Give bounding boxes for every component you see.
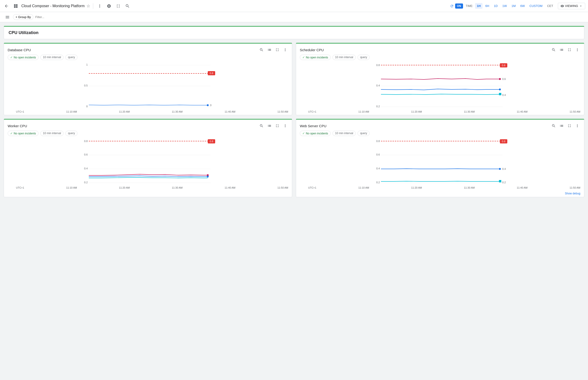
search-button[interactable] — [124, 2, 131, 10]
time-1d-button[interactable]: 1D — [492, 3, 500, 9]
time-6h-button[interactable]: 6H — [483, 3, 491, 9]
page-title: Cloud Composer - Monitoring Platform — [21, 4, 85, 8]
time-1w-button[interactable]: 1W — [500, 3, 509, 9]
svg-text:0.6: 0.6 — [376, 153, 380, 156]
svg-text:0.4: 0.4 — [502, 168, 506, 170]
worker-cpu-expand[interactable] — [274, 123, 280, 129]
svg-text:0.6: 0.6 — [84, 153, 88, 156]
scheduler-cpu-x-labels: UTC+1 11:10 AM 11:20 AM 11:30 AM 11:40 A… — [300, 110, 580, 113]
svg-text:0.8: 0.8 — [376, 140, 380, 143]
group-by-label: + Group By — [16, 15, 31, 19]
svg-text:0.2: 0.2 — [502, 181, 506, 184]
group-by-button[interactable]: + Group By — [13, 14, 33, 20]
database-cpu-x-labels: UTC+1 11:10 AM 11:20 AM 11:30 AM 11:40 A… — [8, 110, 288, 113]
refresh-on-badge: ON — [455, 3, 463, 9]
scheduler-cpu-actions — [551, 47, 580, 53]
database-cpu-expand[interactable] — [274, 47, 280, 53]
settings-button[interactable] — [105, 2, 113, 10]
scheduler-cpu-title: Scheduler CPU — [300, 48, 324, 52]
webserver-cpu-card: Web Server CPU — [296, 119, 584, 197]
svg-point-20 — [499, 78, 501, 80]
worker-cpu-query-tag: query — [65, 131, 78, 136]
svg-text:0.4: 0.4 — [84, 167, 88, 170]
database-cpu-legend[interactable] — [266, 47, 273, 53]
time-custom-button[interactable]: CUSTOM — [528, 3, 544, 9]
time-1h-button[interactable]: 1H — [475, 3, 483, 9]
expand-button[interactable] — [115, 2, 122, 10]
refresh-button[interactable]: ON — [448, 2, 465, 9]
worker-cpu-more[interactable] — [282, 123, 288, 129]
svg-point-49 — [499, 168, 501, 170]
svg-text:0.4: 0.4 — [376, 167, 380, 170]
worker-cpu-search[interactable] — [258, 123, 265, 129]
database-cpu-more[interactable] — [282, 47, 288, 53]
database-cpu-card: Database CPU — [4, 43, 292, 115]
svg-point-22 — [499, 89, 501, 90]
scheduler-cpu-expand[interactable] — [567, 47, 572, 53]
webserver-cpu-expand[interactable] — [567, 123, 572, 129]
svg-text:0.8: 0.8 — [84, 140, 88, 143]
scheduler-cpu-query-tag: query — [357, 55, 370, 60]
svg-text:0.8: 0.8 — [210, 140, 213, 143]
svg-text:0: 0 — [86, 105, 88, 108]
webserver-cpu-chart-area: 0.8 0.6 0.4 0.2 0.8 0.4 — [296, 139, 584, 191]
scheduler-cpu-more[interactable] — [574, 47, 580, 53]
database-cpu-search[interactable] — [258, 47, 265, 53]
divider — [93, 3, 93, 9]
svg-text:0.2: 0.2 — [376, 181, 380, 184]
svg-text:0.4: 0.4 — [502, 94, 506, 96]
scheduler-cpu-legend[interactable] — [559, 47, 565, 53]
database-cpu-actions — [258, 47, 288, 53]
webserver-cpu-query-tag: query — [357, 131, 370, 136]
svg-rect-23 — [499, 93, 501, 95]
webserver-cpu-svg: 0.8 0.6 0.4 0.2 0.8 0.4 — [300, 139, 580, 185]
scheduler-cpu-tags: ✓ No open incidents 10 min interval quer… — [296, 55, 584, 63]
webserver-cpu-tags: ✓ No open incidents 10 min interval quer… — [296, 131, 584, 139]
show-debug-link[interactable]: Show debug — [296, 191, 584, 197]
database-cpu-incidents-tag: ✓ No open incidents — [8, 55, 39, 60]
scheduler-cpu-incidents-tag: ✓ No open incidents — [300, 55, 331, 60]
section-title: CPU Utilization — [9, 30, 39, 35]
worker-cpu-card: Worker CPU — [4, 119, 292, 197]
scheduler-cpu-chart-area: 0.8 0.4 0.2 0.8 0.6 — [296, 63, 584, 115]
database-cpu-title: Database CPU — [8, 48, 31, 52]
time-label: TIME: — [466, 4, 473, 8]
svg-text:0.8: 0.8 — [502, 64, 505, 67]
webserver-cpu-incidents-tag: ✓ No open incidents — [300, 131, 331, 136]
viewing-button[interactable]: VIEWING — [558, 3, 585, 9]
svg-text:0: 0 — [210, 104, 212, 107]
grid-view-button[interactable] — [12, 2, 20, 10]
worker-cpu-tags: ✓ No open incidents 10 min interval quer… — [4, 131, 292, 139]
webserver-cpu-x-labels: UTC+1 11:10 AM 11:20 AM 11:30 AM 11:40 A… — [300, 186, 580, 189]
scheduler-cpu-search[interactable] — [551, 47, 557, 53]
toolbar: Cloud Composer - Monitoring Platform ☆ O… — [0, 0, 588, 12]
worker-cpu-interval-tag: 10 min interval — [40, 131, 63, 136]
more-options-button[interactable] — [96, 2, 103, 10]
webserver-cpu-search[interactable] — [551, 123, 557, 129]
database-cpu-query-tag: query — [65, 55, 78, 60]
toolbar-left: Cloud Composer - Monitoring Platform ☆ — [3, 2, 446, 10]
scheduler-cpu-svg: 0.8 0.4 0.2 0.8 0.6 — [300, 63, 580, 109]
incidents-check-icon4: ✓ — [302, 132, 305, 135]
incidents-check-icon3: ✓ — [10, 132, 13, 135]
svg-text:1: 1 — [86, 63, 88, 66]
star-icon[interactable]: ☆ — [86, 3, 90, 9]
database-cpu-interval-tag: 10 min interval — [40, 55, 63, 60]
database-cpu-svg: 1 0.5 0 0.8 0 — [8, 63, 288, 109]
filter-input[interactable] — [35, 15, 74, 19]
worker-cpu-svg: 0.8 0.6 0.4 0.2 0.8 — [8, 139, 288, 185]
webserver-cpu-more[interactable] — [574, 123, 580, 129]
webserver-cpu-legend[interactable] — [559, 123, 565, 129]
svg-text:0.8: 0.8 — [376, 64, 380, 67]
section-header: CPU Utilization — [4, 26, 584, 39]
time-1m-button[interactable]: 1M — [510, 3, 517, 9]
worker-cpu-legend[interactable] — [266, 123, 273, 129]
time-cet-button[interactable]: CET — [545, 3, 555, 9]
svg-text:0.4: 0.4 — [376, 84, 380, 87]
time-6w-button[interactable]: 6W — [518, 3, 527, 9]
menu-button[interactable] — [4, 13, 11, 21]
svg-point-9 — [207, 104, 209, 106]
main-content: CPU Utilization Database CPU — [0, 22, 588, 201]
back-button[interactable] — [3, 2, 10, 10]
worker-cpu-title: Worker CPU — [8, 124, 27, 128]
